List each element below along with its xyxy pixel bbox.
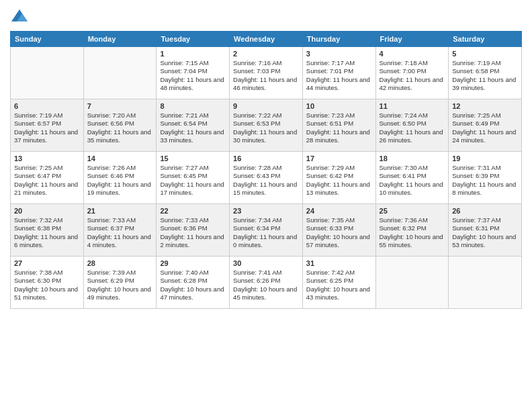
day-number: 27	[14, 259, 80, 267]
calendar-cell	[83, 47, 157, 99]
day-info: Sunrise: 7:25 AMSunset: 6:47 PMDaylight:…	[14, 164, 80, 197]
day-info: Sunrise: 7:38 AMSunset: 6:30 PMDaylight:…	[14, 269, 80, 302]
day-number: 8	[160, 102, 226, 110]
calendar-cell: 27Sunrise: 7:38 AMSunset: 6:30 PMDayligh…	[11, 257, 84, 309]
calendar-cell: 2Sunrise: 7:16 AMSunset: 7:03 PMDaylight…	[230, 47, 303, 99]
day-number: 23	[233, 207, 299, 215]
day-info: Sunrise: 7:23 AMSunset: 6:51 PMDaylight:…	[306, 111, 372, 144]
day-number: 24	[306, 207, 372, 215]
day-info: Sunrise: 7:42 AMSunset: 6:25 PMDaylight:…	[306, 269, 372, 302]
calendar-header-thursday: Thursday	[302, 32, 375, 47]
day-info: Sunrise: 7:33 AMSunset: 6:36 PMDaylight:…	[160, 216, 226, 249]
calendar-header-row: SundayMondayTuesdayWednesdayThursdayFrid…	[11, 32, 522, 47]
calendar-cell: 26Sunrise: 7:37 AMSunset: 6:31 PMDayligh…	[449, 204, 522, 257]
day-info: Sunrise: 7:27 AMSunset: 6:45 PMDaylight:…	[160, 164, 226, 197]
day-number: 22	[160, 207, 226, 215]
calendar-cell: 21Sunrise: 7:33 AMSunset: 6:37 PMDayligh…	[83, 204, 157, 257]
calendar-cell: 30Sunrise: 7:41 AMSunset: 6:26 PMDayligh…	[230, 257, 303, 309]
calendar-header-monday: Monday	[83, 32, 157, 47]
day-number: 19	[452, 154, 518, 163]
day-number: 17	[306, 154, 372, 163]
calendar-cell: 19Sunrise: 7:31 AMSunset: 6:39 PMDayligh…	[449, 152, 522, 204]
calendar-cell: 5Sunrise: 7:19 AMSunset: 6:58 PMDaylight…	[449, 47, 522, 99]
calendar-cell: 31Sunrise: 7:42 AMSunset: 6:25 PMDayligh…	[302, 257, 375, 309]
day-info: Sunrise: 7:36 AMSunset: 6:32 PMDaylight:…	[380, 216, 445, 249]
calendar-cell	[375, 257, 449, 309]
calendar-cell: 7Sunrise: 7:20 AMSunset: 6:56 PMDaylight…	[83, 99, 157, 152]
calendar-cell: 3Sunrise: 7:17 AMSunset: 7:01 PMDaylight…	[302, 47, 375, 99]
calendar-cell: 18Sunrise: 7:30 AMSunset: 6:41 PMDayligh…	[375, 152, 449, 204]
day-number: 6	[14, 102, 80, 110]
calendar-cell: 16Sunrise: 7:28 AMSunset: 6:43 PMDayligh…	[230, 152, 303, 204]
day-info: Sunrise: 7:28 AMSunset: 6:43 PMDaylight:…	[233, 164, 299, 197]
day-info: Sunrise: 7:30 AMSunset: 6:41 PMDaylight:…	[380, 164, 445, 197]
day-info: Sunrise: 7:26 AMSunset: 6:46 PMDaylight:…	[87, 164, 153, 197]
header	[10, 7, 522, 26]
day-number: 9	[233, 102, 299, 110]
day-info: Sunrise: 7:16 AMSunset: 7:03 PMDaylight:…	[233, 59, 299, 92]
calendar-cell: 4Sunrise: 7:18 AMSunset: 7:00 PMDaylight…	[375, 47, 449, 99]
day-number: 29	[160, 259, 226, 267]
day-info: Sunrise: 7:37 AMSunset: 6:31 PMDaylight:…	[452, 216, 518, 249]
day-number: 26	[452, 207, 518, 215]
calendar-header-saturday: Saturday	[449, 32, 522, 47]
day-number: 15	[160, 154, 226, 163]
day-info: Sunrise: 7:33 AMSunset: 6:37 PMDaylight:…	[87, 216, 153, 249]
day-info: Sunrise: 7:24 AMSunset: 6:50 PMDaylight:…	[380, 111, 445, 144]
day-info: Sunrise: 7:20 AMSunset: 6:56 PMDaylight:…	[87, 111, 153, 144]
day-info: Sunrise: 7:21 AMSunset: 6:54 PMDaylight:…	[160, 111, 226, 144]
day-info: Sunrise: 7:29 AMSunset: 6:42 PMDaylight:…	[306, 164, 372, 197]
day-info: Sunrise: 7:40 AMSunset: 6:28 PMDaylight:…	[160, 269, 226, 302]
calendar-week-3: 13Sunrise: 7:25 AMSunset: 6:47 PMDayligh…	[11, 152, 522, 204]
calendar-header-friday: Friday	[375, 32, 449, 47]
day-info: Sunrise: 7:32 AMSunset: 6:38 PMDaylight:…	[14, 216, 80, 249]
day-number: 28	[87, 259, 153, 267]
day-info: Sunrise: 7:22 AMSunset: 6:53 PMDaylight:…	[233, 111, 299, 144]
day-info: Sunrise: 7:19 AMSunset: 6:58 PMDaylight:…	[452, 59, 518, 92]
day-number: 21	[87, 207, 153, 215]
logo	[10, 7, 32, 26]
calendar-cell	[449, 257, 522, 309]
calendar-cell: 15Sunrise: 7:27 AMSunset: 6:45 PMDayligh…	[157, 152, 230, 204]
day-number: 13	[14, 154, 80, 163]
calendar-header-tuesday: Tuesday	[157, 32, 230, 47]
day-info: Sunrise: 7:41 AMSunset: 6:26 PMDaylight:…	[233, 269, 299, 302]
day-number: 7	[87, 102, 153, 110]
day-info: Sunrise: 7:18 AMSunset: 7:00 PMDaylight:…	[380, 59, 445, 92]
day-number: 10	[306, 102, 372, 110]
day-info: Sunrise: 7:35 AMSunset: 6:33 PMDaylight:…	[306, 216, 372, 249]
calendar-cell: 20Sunrise: 7:32 AMSunset: 6:38 PMDayligh…	[11, 204, 84, 257]
day-info: Sunrise: 7:31 AMSunset: 6:39 PMDaylight:…	[452, 164, 518, 197]
day-number: 12	[452, 102, 518, 110]
calendar-cell: 12Sunrise: 7:25 AMSunset: 6:49 PMDayligh…	[449, 99, 522, 152]
day-info: Sunrise: 7:25 AMSunset: 6:49 PMDaylight:…	[452, 111, 518, 144]
day-number: 18	[380, 154, 445, 163]
calendar-cell: 6Sunrise: 7:19 AMSunset: 6:57 PMDaylight…	[11, 99, 84, 152]
calendar-cell: 11Sunrise: 7:24 AMSunset: 6:50 PMDayligh…	[375, 99, 449, 152]
day-number: 2	[233, 50, 299, 58]
calendar-cell: 8Sunrise: 7:21 AMSunset: 6:54 PMDaylight…	[157, 99, 230, 152]
calendar-header-wednesday: Wednesday	[230, 32, 303, 47]
calendar-cell: 23Sunrise: 7:34 AMSunset: 6:34 PMDayligh…	[230, 204, 303, 257]
calendar-cell: 25Sunrise: 7:36 AMSunset: 6:32 PMDayligh…	[375, 204, 449, 257]
calendar-cell: 17Sunrise: 7:29 AMSunset: 6:42 PMDayligh…	[302, 152, 375, 204]
day-number: 25	[380, 207, 445, 215]
calendar-week-5: 27Sunrise: 7:38 AMSunset: 6:30 PMDayligh…	[11, 257, 522, 309]
calendar-week-1: 1Sunrise: 7:15 AMSunset: 7:04 PMDaylight…	[11, 47, 522, 99]
day-number: 16	[233, 154, 299, 163]
calendar-week-2: 6Sunrise: 7:19 AMSunset: 6:57 PMDaylight…	[11, 99, 522, 152]
day-info: Sunrise: 7:34 AMSunset: 6:34 PMDaylight:…	[233, 216, 299, 249]
day-number: 4	[380, 50, 445, 58]
day-info: Sunrise: 7:39 AMSunset: 6:29 PMDaylight:…	[87, 269, 153, 302]
day-number: 30	[233, 259, 299, 267]
calendar-cell: 22Sunrise: 7:33 AMSunset: 6:36 PMDayligh…	[157, 204, 230, 257]
calendar-cell: 24Sunrise: 7:35 AMSunset: 6:33 PMDayligh…	[302, 204, 375, 257]
calendar-cell: 14Sunrise: 7:26 AMSunset: 6:46 PMDayligh…	[83, 152, 157, 204]
day-number: 20	[14, 207, 80, 215]
day-info: Sunrise: 7:19 AMSunset: 6:57 PMDaylight:…	[14, 111, 80, 144]
calendar-cell: 13Sunrise: 7:25 AMSunset: 6:47 PMDayligh…	[11, 152, 84, 204]
calendar-cell: 28Sunrise: 7:39 AMSunset: 6:29 PMDayligh…	[83, 257, 157, 309]
day-number: 1	[160, 50, 226, 58]
calendar-cell	[11, 47, 84, 99]
calendar-cell: 1Sunrise: 7:15 AMSunset: 7:04 PMDaylight…	[157, 47, 230, 99]
